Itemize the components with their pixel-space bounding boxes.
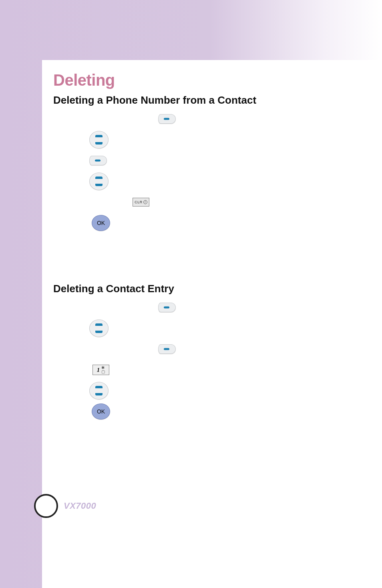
info-glyph-icon: i [143, 200, 147, 204]
nav-key-icon [89, 131, 109, 149]
section-heading-delete-number: Deleting a Phone Number from a Contact [53, 94, 366, 106]
s1-step-5: CLR i [53, 192, 366, 212]
page-number-circle-icon [34, 494, 58, 518]
ok-key-icon: OK [92, 403, 110, 419]
clr-key-icon: CLR i [133, 198, 149, 207]
s1-step-6: OK [53, 213, 366, 233]
s2-step-4: 1 ✱▢ [53, 360, 366, 380]
s1-step-1 [53, 109, 366, 129]
s2-step-6: OK [53, 401, 366, 421]
right-softkey-icon [158, 344, 176, 354]
s2-step-3 [53, 339, 366, 359]
section-heading-delete-entry: Deleting a Contact Entry [53, 283, 366, 295]
s2-step-1 [53, 297, 366, 317]
nav-key-icon [89, 382, 109, 399]
ok-key-label: OK [97, 220, 105, 226]
model-label: VX7000 [64, 501, 96, 511]
nav-key-icon [89, 319, 109, 337]
page-title: Deleting [53, 71, 366, 89]
s2-step-2 [53, 318, 366, 338]
ok-key-label: OK [97, 408, 105, 415]
right-softkey-icon [158, 114, 176, 124]
s1-step-2 [53, 130, 366, 150]
s2-step-5 [53, 381, 366, 401]
ok-key-icon: OK [92, 215, 110, 231]
numkey-digit: 1 [97, 367, 100, 373]
spacer [53, 234, 366, 278]
s1-step-4 [53, 171, 366, 191]
right-softkey-icon [158, 303, 176, 312]
numkey-1-icon: 1 ✱▢ [92, 365, 109, 375]
nav-key-icon [89, 173, 109, 190]
voicemail-glyph-icon: ✱▢ [101, 366, 105, 374]
s1-step-3 [53, 151, 366, 171]
page-footer: VX7000 [34, 494, 96, 518]
clr-key-label: CLR [135, 200, 143, 204]
right-softkey-icon [89, 156, 107, 165]
